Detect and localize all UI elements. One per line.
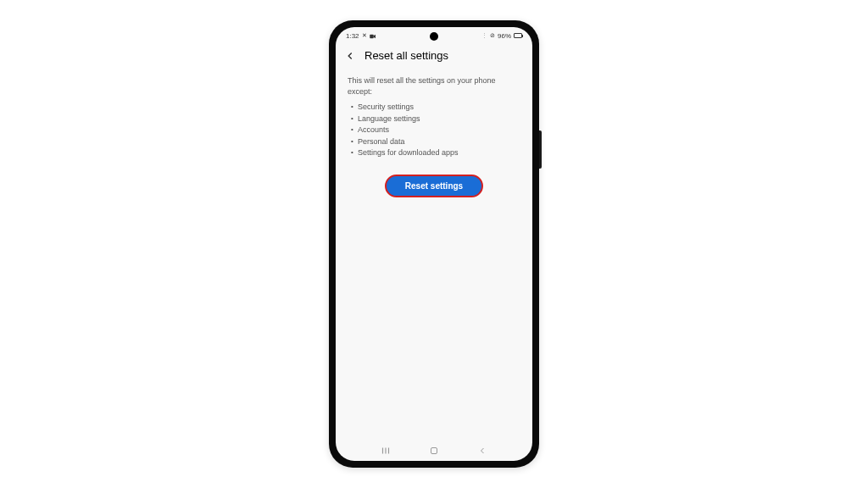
no-sim-icon: ✕: [362, 32, 367, 39]
status-bar-left: 1:32 ✕: [346, 32, 376, 40]
video-icon: [370, 33, 376, 38]
content-area: This will reset all the settings on your…: [336, 69, 532, 437]
dnd-icon: ⊘: [490, 32, 495, 39]
wifi-icon: ⋮: [481, 32, 487, 39]
svg-rect-0: [370, 35, 374, 39]
phone-side-button: [539, 130, 542, 169]
battery-icon: [514, 33, 522, 38]
battery-percent: 96%: [498, 32, 511, 40]
list-item: Personal data: [358, 136, 520, 148]
status-time: 1:32: [346, 32, 359, 40]
navigation-bar: [336, 437, 532, 461]
button-container: Reset settings: [348, 175, 520, 197]
phone-frame: 1:32 ✕ ⋮ ⊘ 96%: [329, 20, 539, 468]
back-nav-button[interactable]: [475, 443, 490, 458]
status-bar-right: ⋮ ⊘ 96%: [481, 32, 522, 40]
home-button[interactable]: [426, 443, 442, 458]
reset-settings-button[interactable]: Reset settings: [385, 175, 483, 197]
page-title: Reset all settings: [364, 49, 448, 62]
back-button[interactable]: [344, 50, 356, 62]
exception-list: Security settings Language settings Acco…: [348, 102, 520, 159]
svg-rect-4: [431, 448, 437, 454]
list-item: Settings for downloaded apps: [358, 147, 520, 159]
description-text: This will reset all the settings on your…: [348, 75, 520, 97]
phone-screen: 1:32 ✕ ⋮ ⊘ 96%: [336, 27, 532, 461]
list-item: Security settings: [358, 102, 520, 114]
camera-notch: [430, 32, 438, 41]
page-header: Reset all settings: [336, 42, 532, 69]
recents-button[interactable]: [378, 443, 393, 458]
list-item: Language settings: [358, 114, 520, 125]
list-item: Accounts: [358, 125, 520, 136]
